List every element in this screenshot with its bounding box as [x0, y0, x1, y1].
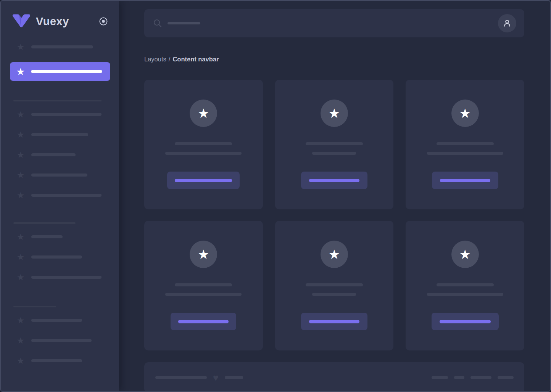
- sidebar: Vuexy ★★★★★★★★★★★★★: [1, 1, 119, 391]
- sidebar-menu-item[interactable]: ★: [1, 336, 119, 345]
- footer: ♥: [144, 362, 524, 392]
- footer-text-bar: [155, 376, 207, 379]
- footer-text-bar: [225, 376, 243, 379]
- user-icon: [502, 18, 512, 28]
- card-button[interactable]: [301, 313, 367, 330]
- main-content: Layouts / Content navbar ★★★★★★ ♥: [119, 1, 550, 391]
- star-icon: ★: [459, 248, 470, 261]
- star-icon: ★: [16, 356, 25, 365]
- sidebar-menu-item[interactable]: ★: [1, 130, 119, 140]
- button-label-bar: [175, 179, 232, 182]
- menu-section-divider: [13, 222, 76, 224]
- vuexy-logo-icon: [12, 14, 31, 29]
- sidebar-header: Vuexy: [1, 1, 119, 30]
- card: ★: [406, 80, 524, 209]
- footer-links: [432, 376, 514, 379]
- card: ★: [275, 221, 394, 350]
- card-avatar: ★: [451, 100, 479, 127]
- card: ★: [406, 221, 524, 350]
- footer-link-bar: [454, 376, 464, 379]
- search-placeholder-bar: [168, 22, 200, 24]
- star-icon: ★: [16, 316, 25, 325]
- star-icon: ★: [329, 248, 340, 261]
- menu-item-label-bar: [31, 70, 102, 73]
- star-icon: ★: [16, 252, 25, 262]
- menu-item-label-bar: [31, 255, 82, 259]
- cards-grid: ★★★★★★: [144, 80, 524, 350]
- card-avatar: ★: [190, 100, 217, 127]
- star-icon: ★: [16, 232, 25, 241]
- sidebar-menu-item[interactable]: ★: [1, 150, 119, 160]
- star-icon: ★: [16, 150, 25, 159]
- sidebar-menu-item[interactable]: ★: [1, 42, 119, 52]
- card-title-bar: [437, 142, 494, 145]
- sidebar-menu: ★★★★★★★★★★★★★: [1, 42, 119, 366]
- card-button[interactable]: [301, 172, 367, 189]
- sidebar-menu-item[interactable]: ★: [1, 252, 119, 262]
- card-subtitle-bar: [427, 152, 503, 155]
- menu-section-divider: [13, 306, 56, 307]
- star-icon: ★: [16, 67, 25, 76]
- user-avatar[interactable]: [498, 14, 516, 32]
- sidebar-menu-item[interactable]: ★: [1, 232, 119, 242]
- sidebar-menu-item[interactable]: ★: [1, 272, 119, 282]
- menu-item-label-bar: [31, 319, 82, 322]
- breadcrumb-parent[interactable]: Layouts: [144, 56, 166, 63]
- card-button[interactable]: [167, 172, 240, 189]
- sidebar-menu-item[interactable]: ★: [1, 170, 119, 180]
- menu-item-label-bar: [31, 359, 82, 362]
- card-subtitle-bar: [165, 152, 242, 155]
- card-subtitle-bar: [312, 152, 356, 155]
- star-icon: ★: [198, 107, 209, 120]
- menu-item-label-bar: [31, 45, 93, 48]
- card-avatar: ★: [321, 241, 348, 268]
- menu-item-label-bar: [31, 194, 102, 197]
- footer-link-bar: [470, 376, 491, 379]
- star-icon: ★: [459, 107, 470, 120]
- star-icon: ★: [16, 191, 25, 200]
- top-navbar: [144, 9, 524, 37]
- card-subtitle-bar: [427, 293, 503, 296]
- card-button[interactable]: [432, 313, 499, 330]
- menu-item-label-bar: [31, 174, 87, 177]
- footer-left: ♥: [155, 373, 243, 382]
- card-title-bar: [175, 142, 232, 145]
- card-avatar: ★: [451, 241, 479, 268]
- star-icon: ★: [16, 170, 25, 180]
- menu-item-label-bar: [31, 113, 102, 116]
- card-avatar: ★: [190, 241, 217, 268]
- card-button[interactable]: [432, 172, 498, 189]
- menu-item-label-bar: [31, 235, 63, 238]
- footer-link-bar: [498, 376, 514, 379]
- sidebar-menu-item[interactable]: ★: [1, 109, 119, 119]
- card-avatar: ★: [321, 100, 348, 127]
- sidebar-menu-item[interactable]: ★: [1, 190, 119, 200]
- button-label-bar: [440, 320, 491, 323]
- card-title-bar: [306, 142, 363, 145]
- menu-item-label-bar: [31, 276, 102, 279]
- breadcrumb: Layouts / Content navbar: [144, 55, 524, 63]
- sidebar-menu-item-active[interactable]: ★: [10, 62, 110, 81]
- breadcrumb-current: Content navbar: [172, 56, 219, 63]
- card: ★: [275, 80, 394, 209]
- card-button[interactable]: [171, 313, 236, 330]
- card-title-bar: [437, 283, 494, 286]
- brand-title: Vuexy: [36, 15, 98, 28]
- card: ★: [144, 221, 263, 350]
- card-subtitle-bar: [312, 293, 356, 296]
- sidebar-menu-item[interactable]: ★: [1, 315, 119, 325]
- record-circle-icon[interactable]: [98, 16, 108, 26]
- search-input[interactable]: [153, 19, 200, 27]
- menu-section-divider: [13, 100, 102, 101]
- menu-item-label-bar: [31, 339, 92, 342]
- sidebar-menu-item[interactable]: ★: [1, 356, 119, 366]
- star-icon: ★: [16, 110, 25, 119]
- card-title-bar: [306, 283, 363, 286]
- card: ★: [144, 80, 263, 209]
- app-window: Vuexy ★★★★★★★★★★★★★: [0, 0, 551, 392]
- search-icon: [153, 19, 162, 27]
- star-icon: ★: [16, 336, 25, 345]
- footer-link-bar: [432, 376, 448, 379]
- star-icon: ★: [329, 107, 340, 120]
- menu-item-label-bar: [31, 133, 88, 136]
